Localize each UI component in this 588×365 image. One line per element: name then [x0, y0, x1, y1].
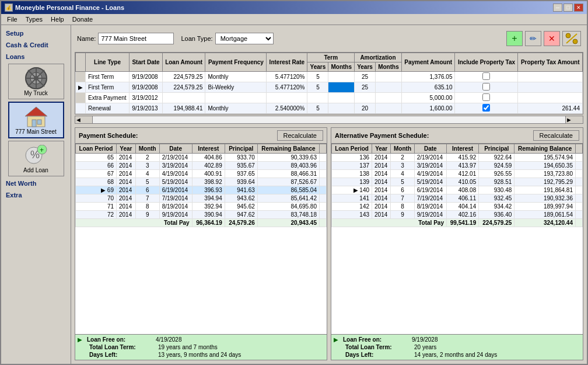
name-label: Name: [77, 35, 96, 42]
schedules-container: Payment Schedule: Recalculate Loan Perio… [75, 127, 583, 360]
line-type-header: Line Type [86, 53, 130, 72]
row-marker [76, 93, 86, 103]
col-interest: Interest [192, 144, 225, 154]
amort-header: Amortization [355, 53, 402, 62]
loan-type-select[interactable]: Mortgage Auto Personal Student [215, 33, 274, 44]
alt-schedule-title: Alternative Payment Schedule: [335, 132, 429, 139]
loan-free-label: Loan Free on: [87, 336, 151, 343]
schedule-row[interactable]: 67201444/19/2014400.91937.6588,466.31 [76, 170, 327, 178]
include-tax-cb[interactable] [455, 72, 518, 82]
horizontal-scrollbar[interactable]: ◄ ► [75, 116, 583, 124]
sidebar-item-add-loan-label: Add Loan [23, 167, 48, 173]
window-title: Moneyble Personal Finance - Loans [15, 4, 124, 11]
alt-schedule-row[interactable]: 142201488/19/2014404.14934.42189,997.94 [332, 203, 583, 211]
alt-schedule-row[interactable]: 143201499/19/2014402.16936.40189,061.54 [332, 211, 583, 219]
loan-row[interactable]: First Term 9/19/2008 224,579.25 Monthly … [76, 72, 583, 82]
edit-button[interactable]: ✏ [525, 31, 541, 46]
alt-schedule-row[interactable]: 136201422/19/2014415.92922.64195,574.94 [332, 154, 583, 162]
schedule-row[interactable]: 65201422/19/2014404.86933.7090,339.63 [76, 154, 327, 162]
term-months-header: Months [328, 62, 355, 72]
menu-donate[interactable]: Donate [69, 15, 96, 23]
menu-file[interactable]: File [4, 15, 21, 23]
include-tax-cb[interactable] [455, 82, 518, 93]
schedule-row[interactable]: 68201455/19/2014398.92939.6487,526.67 [76, 178, 327, 186]
menu-types[interactable]: Types [22, 15, 46, 23]
payment-amount-header: Payment Amount [401, 53, 455, 72]
row-marker: ▶ [76, 82, 86, 93]
loan-row[interactable]: Renewal 9/19/2013 194,988.41 Monthly 2.5… [76, 103, 583, 114]
loan-amount: 194,988.41 [162, 103, 205, 114]
schedule-table-wrap: Loan Period Year Month Date Interest Pri… [75, 144, 327, 334]
amort-years: 25 [355, 82, 376, 93]
menu-bar: File Types Help Donate [1, 14, 587, 25]
prop-tax-amount: 261.44 [518, 103, 583, 114]
amort-months [375, 93, 401, 103]
start-date: 9/19/2013 [130, 103, 163, 114]
schedule-row[interactable]: 70201477/19/2014394.94943.6285,641.42 [76, 194, 327, 203]
include-tax-cb[interactable] [455, 93, 518, 103]
recalculate-button[interactable]: Recalculate [277, 130, 323, 141]
schedule-row[interactable]: 71201488/19/2014392.94945.6284,695.80 [76, 203, 327, 211]
interest-rate: 5.477120% [267, 82, 307, 93]
term-header: Term [307, 53, 355, 62]
add-button[interactable]: + [506, 31, 523, 46]
schedule-row-selected[interactable]: ▶ 69201466/19/2014396.93941.6386,585.04 [76, 186, 327, 194]
loan-header: Name: Loan Type: Mortgage Auto Personal … [75, 29, 583, 48]
delete-button[interactable]: ✕ [544, 31, 560, 46]
name-input[interactable] [98, 33, 174, 44]
scroll-col [320, 144, 327, 154]
start-date: 9/19/2008 [130, 72, 163, 82]
sidebar-item-main-street[interactable]: 777 Main Street [8, 102, 64, 138]
sidebar-section-cash-credit: Cash & Credit [1, 39, 71, 51]
loan-table: Line Type Start Date Loan Amount Payment… [75, 53, 583, 114]
interest-rate-header: Interest Rate [267, 53, 307, 72]
alt-scroll-arrow: ▶ [334, 336, 338, 343]
prop-tax-amount [518, 72, 583, 82]
line-type: Extra Payment [86, 93, 130, 103]
alt-schedule-row[interactable]: 137201433/19/2014413.97924.59194,650.35 [332, 162, 583, 170]
alt-schedule-row[interactable]: ▶ 140201466/19/2014408.08930.48191,864.8… [332, 186, 583, 194]
term-years: 5 [307, 72, 328, 82]
menu-help[interactable]: Help [47, 15, 68, 23]
alt-col-principal: Principal [479, 144, 514, 154]
term-months-blue [328, 82, 355, 93]
sidebar-section-setup: Setup [1, 27, 71, 39]
alt-days-left-value: 14 years, 2 months and 24 days [414, 352, 497, 358]
term-years [307, 93, 328, 103]
row-marker [76, 72, 86, 82]
schedule-table: Loan Period Year Month Date Interest Pri… [75, 144, 327, 227]
add-loan-icon: % + [22, 144, 50, 167]
svg-text:+: + [40, 146, 44, 154]
scroll-right[interactable]: ► [565, 116, 583, 123]
days-left-label: Days Left: [89, 352, 153, 358]
loan-row[interactable]: Extra Payment 3/19/2012 5,000.00 [76, 93, 583, 103]
sidebar-item-add-loan[interactable]: % + Add Loan [8, 141, 64, 176]
content-area: Setup Cash & Credit Loans My Truck [1, 25, 587, 364]
schedule-row[interactable]: 66201433/19/2014402.89935.6789,403.96 [76, 162, 327, 170]
scroll-track[interactable] [93, 116, 565, 123]
alt-schedule-row[interactable]: 141201477/19/2014406.11932.45190,932.36 [332, 194, 583, 203]
payment-freq: Monthly [205, 72, 267, 82]
maximize-button[interactable]: □ [564, 4, 573, 12]
percent-button[interactable] [562, 31, 581, 46]
sidebar-section-net-worth: Net Worth [1, 178, 71, 189]
schedule-row[interactable]: 72201499/19/2014390.94947.6283,748.18 [76, 211, 327, 219]
wheel-icon [22, 67, 50, 90]
loan-row-selected[interactable]: ▶ First Term 9/19/2008 224,579.25 Bi-Wee… [76, 82, 583, 93]
row-marker [76, 103, 86, 114]
name-field: Name: [77, 33, 174, 44]
alt-recalculate-button[interactable]: Recalculate [533, 130, 579, 141]
loan-term-label: Total Loan Term: [89, 344, 153, 350]
alt-col-date: Date [414, 144, 446, 154]
payment-schedule: Payment Schedule: Recalculate Loan Perio… [75, 127, 327, 360]
alt-schedule-row[interactable]: 139201455/19/2014410.05928.51192,795.29 [332, 178, 583, 186]
scroll-left[interactable]: ◄ [75, 116, 93, 123]
minimize-button[interactable]: ─ [553, 4, 562, 12]
toolbar-buttons: + ✏ ✕ [506, 31, 581, 46]
sidebar: Setup Cash & Credit Loans My Truck [1, 25, 71, 364]
alt-schedule-row[interactable]: 138201444/19/2014412.01926.55193,723.80 [332, 170, 583, 178]
sidebar-item-my-truck[interactable]: My Truck [8, 64, 64, 99]
sidebar-section-extra: Extra [1, 189, 71, 201]
include-tax-cb[interactable] [455, 103, 518, 114]
close-button[interactable]: ✕ [574, 4, 583, 12]
